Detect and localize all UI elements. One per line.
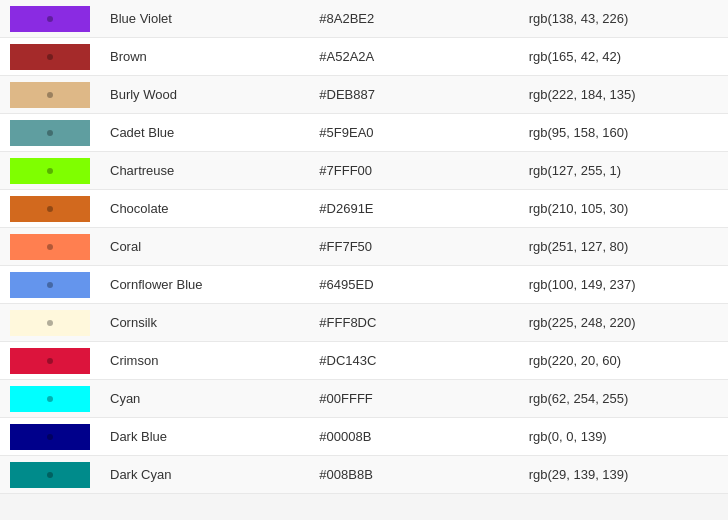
swatch-dot [47,472,53,478]
table-row: Cornflower Blue#6495EDrgb(100, 149, 237) [0,266,728,304]
color-swatch-cell [0,77,100,113]
color-hex: #8A2BE2 [309,11,518,26]
color-hex: #DC143C [309,353,518,368]
color-swatch-cell [0,267,100,303]
color-rgb: rgb(251, 127, 80) [519,239,728,254]
color-name: Cornflower Blue [100,277,309,292]
color-rgb: rgb(138, 43, 226) [519,11,728,26]
color-swatch-cell [0,457,100,493]
color-swatch-cell [0,343,100,379]
color-rgb: rgb(127, 255, 1) [519,163,728,178]
table-row: Cyan#00FFFFrgb(62, 254, 255) [0,380,728,418]
color-swatch-cell [0,419,100,455]
color-swatch-cell [0,381,100,417]
color-list: Blue Violet#8A2BE2rgb(138, 43, 226)Brown… [0,0,728,494]
color-hex: #6495ED [309,277,518,292]
color-name: Coral [100,239,309,254]
color-rgb: rgb(210, 105, 30) [519,201,728,216]
color-rgb: rgb(95, 158, 160) [519,125,728,140]
color-swatch-cell [0,305,100,341]
color-hex: #5F9EA0 [309,125,518,140]
color-name: Brown [100,49,309,64]
color-swatch [10,386,90,412]
color-name: Chocolate [100,201,309,216]
color-swatch [10,120,90,146]
color-hex: #DEB887 [309,87,518,102]
color-swatch [10,158,90,184]
swatch-dot [47,320,53,326]
swatch-dot [47,434,53,440]
color-rgb: rgb(222, 184, 135) [519,87,728,102]
color-swatch-cell [0,153,100,189]
color-hex: #00FFFF [309,391,518,406]
color-rgb: rgb(29, 139, 139) [519,467,728,482]
color-name: Chartreuse [100,163,309,178]
swatch-dot [47,244,53,250]
color-swatch [10,234,90,260]
color-name: Cadet Blue [100,125,309,140]
color-swatch [10,196,90,222]
color-name: Dark Cyan [100,467,309,482]
swatch-dot [47,92,53,98]
color-swatch [10,348,90,374]
color-hex: #D2691E [309,201,518,216]
color-hex: #008B8B [309,467,518,482]
color-swatch-cell [0,1,100,37]
table-row: Blue Violet#8A2BE2rgb(138, 43, 226) [0,0,728,38]
table-row: Dark Blue#00008Brgb(0, 0, 139) [0,418,728,456]
table-row: Dark Cyan#008B8Brgb(29, 139, 139) [0,456,728,494]
table-row: Chartreuse#7FFF00rgb(127, 255, 1) [0,152,728,190]
swatch-dot [47,282,53,288]
color-rgb: rgb(165, 42, 42) [519,49,728,64]
color-swatch [10,310,90,336]
color-swatch-cell [0,39,100,75]
swatch-dot [47,54,53,60]
color-name: Cyan [100,391,309,406]
color-swatch [10,6,90,32]
color-hex: #7FFF00 [309,163,518,178]
swatch-dot [47,16,53,22]
swatch-dot [47,396,53,402]
color-rgb: rgb(220, 20, 60) [519,353,728,368]
swatch-dot [47,358,53,364]
table-row: Coral#FF7F50rgb(251, 127, 80) [0,228,728,266]
table-row: Crimson#DC143Crgb(220, 20, 60) [0,342,728,380]
color-rgb: rgb(100, 149, 237) [519,277,728,292]
color-rgb: rgb(62, 254, 255) [519,391,728,406]
color-name: Blue Violet [100,11,309,26]
table-row: Burly Wood#DEB887rgb(222, 184, 135) [0,76,728,114]
color-swatch [10,272,90,298]
color-rgb: rgb(225, 248, 220) [519,315,728,330]
color-hex: #A52A2A [309,49,518,64]
table-row: Cornsilk#FFF8DCrgb(225, 248, 220) [0,304,728,342]
color-hex: #FFF8DC [309,315,518,330]
color-name: Dark Blue [100,429,309,444]
color-name: Cornsilk [100,315,309,330]
color-swatch-cell [0,191,100,227]
color-swatch [10,82,90,108]
color-swatch [10,424,90,450]
swatch-dot [47,206,53,212]
table-row: Cadet Blue#5F9EA0rgb(95, 158, 160) [0,114,728,152]
color-name: Crimson [100,353,309,368]
color-swatch [10,462,90,488]
color-name: Burly Wood [100,87,309,102]
color-swatch-cell [0,229,100,265]
swatch-dot [47,130,53,136]
swatch-dot [47,168,53,174]
color-swatch [10,44,90,70]
color-swatch-cell [0,115,100,151]
color-hex: #00008B [309,429,518,444]
table-row: Brown#A52A2Argb(165, 42, 42) [0,38,728,76]
color-rgb: rgb(0, 0, 139) [519,429,728,444]
color-hex: #FF7F50 [309,239,518,254]
table-row: Chocolate#D2691Ergb(210, 105, 30) [0,190,728,228]
